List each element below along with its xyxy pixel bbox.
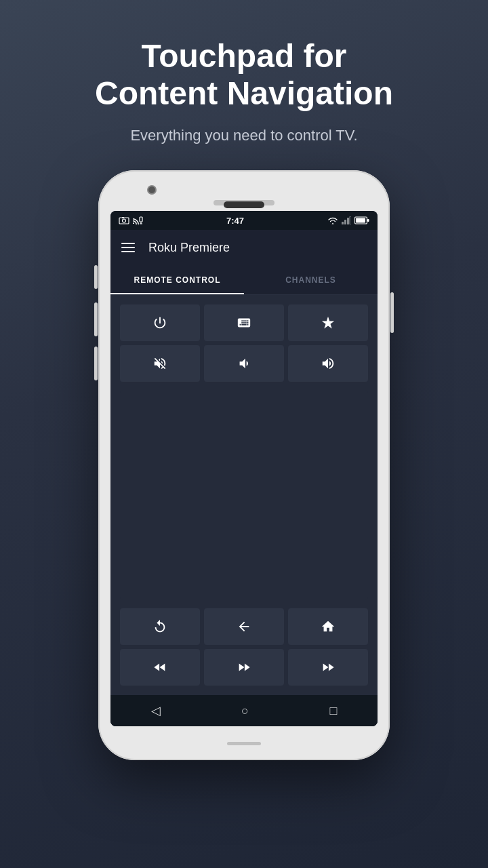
page-title-line1: Touchpad for Content Navigation bbox=[54, 37, 434, 112]
phone-shell: 7:47 bbox=[98, 170, 390, 760]
android-nav-bar: ◁ ○ □ bbox=[110, 695, 378, 726]
volume-up-button[interactable] bbox=[288, 345, 368, 382]
silent-button[interactable] bbox=[94, 347, 98, 380]
play-pause-button[interactable] bbox=[204, 649, 284, 686]
status-icons-right bbox=[327, 216, 369, 224]
svg-rect-2 bbox=[122, 217, 124, 218]
power-button[interactable] bbox=[120, 304, 200, 341]
proximity-sensor bbox=[224, 201, 264, 208]
tab-remote-control[interactable]: REMOTE CONTROL bbox=[110, 265, 244, 294]
nav-back-button[interactable]: ◁ bbox=[151, 703, 161, 718]
svg-rect-11 bbox=[367, 219, 369, 222]
back-button[interactable] bbox=[204, 608, 284, 645]
phone-top bbox=[98, 170, 390, 211]
svg-rect-8 bbox=[347, 218, 349, 224]
signal-icon bbox=[342, 216, 351, 224]
svg-rect-7 bbox=[344, 220, 346, 224]
page-subtitle: Everything you need to control TV. bbox=[89, 127, 398, 144]
tabs-bar: REMOTE CONTROL CHANNELS bbox=[110, 265, 378, 295]
app-bar: Roku Premiere bbox=[110, 230, 378, 265]
touchpad-area[interactable] bbox=[120, 390, 368, 600]
app-bar-title: Roku Premiere bbox=[148, 241, 230, 255]
keyboard-button[interactable] bbox=[204, 304, 284, 341]
volume-up-button[interactable] bbox=[94, 265, 98, 289]
phone-bottom-bar bbox=[227, 742, 261, 745]
hamburger-menu-button[interactable] bbox=[121, 243, 135, 252]
status-bar: 7:47 bbox=[110, 211, 378, 230]
svg-rect-0 bbox=[119, 218, 129, 224]
svg-point-1 bbox=[123, 219, 126, 222]
svg-rect-3 bbox=[140, 217, 142, 222]
svg-rect-6 bbox=[342, 222, 344, 224]
wifi-icon bbox=[327, 216, 338, 224]
fast-forward-button[interactable] bbox=[288, 649, 368, 686]
tab-remote-control-label: REMOTE CONTROL bbox=[134, 275, 221, 285]
front-camera bbox=[147, 185, 157, 195]
svg-rect-9 bbox=[350, 216, 351, 224]
phone-bottom bbox=[227, 726, 261, 760]
svg-rect-12 bbox=[356, 218, 365, 223]
tab-channels-label: CHANNELS bbox=[285, 275, 336, 285]
rewind-button[interactable] bbox=[120, 649, 200, 686]
power-button[interactable] bbox=[390, 292, 394, 333]
tab-channels[interactable]: CHANNELS bbox=[244, 265, 378, 294]
star-button[interactable] bbox=[288, 304, 368, 341]
status-time: 7:47 bbox=[226, 216, 244, 226]
remote-content: ◁ ○ □ bbox=[110, 295, 378, 726]
volume-down-button[interactable] bbox=[94, 302, 98, 336]
bottom-button-grid bbox=[110, 603, 378, 695]
replay-button[interactable] bbox=[120, 608, 200, 645]
mute-button[interactable] bbox=[120, 345, 200, 382]
photo-icon bbox=[119, 216, 129, 224]
nav-home-button[interactable]: ○ bbox=[241, 704, 249, 718]
volume-down-button[interactable] bbox=[204, 345, 284, 382]
status-icons-left bbox=[119, 216, 143, 224]
top-button-grid bbox=[110, 295, 378, 387]
home-button[interactable] bbox=[288, 608, 368, 645]
battery-icon bbox=[354, 216, 369, 224]
cast-icon bbox=[132, 216, 143, 224]
phone-screen: 7:47 bbox=[110, 211, 378, 726]
nav-recents-button[interactable]: □ bbox=[329, 704, 337, 718]
